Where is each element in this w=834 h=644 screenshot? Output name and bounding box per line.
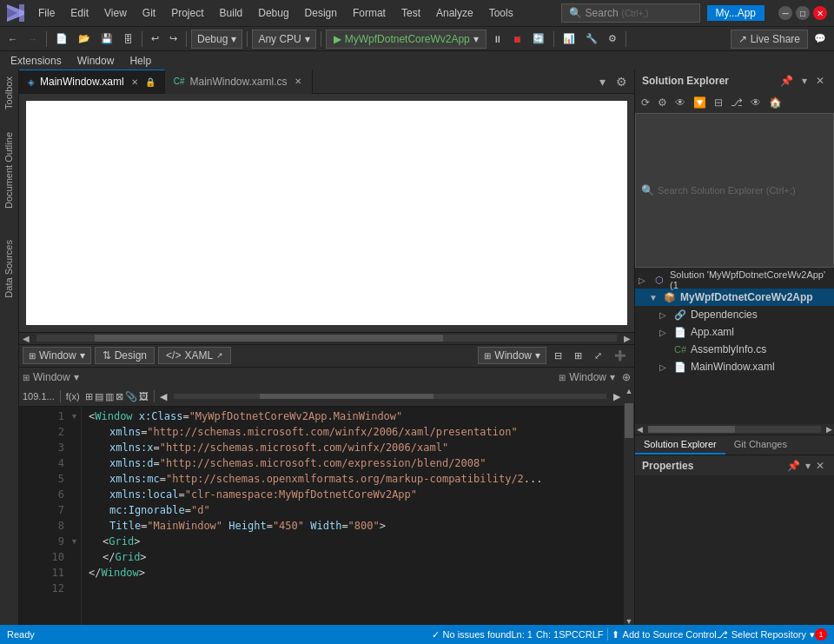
minimize-button[interactable]: ─	[778, 6, 792, 20]
sol-scroll-left-btn[interactable]: ◀	[635, 425, 645, 434]
sol-dropdown-btn[interactable]: ▾	[799, 74, 810, 88]
tree-app-xaml[interactable]: ▷ 📄 App.xaml	[635, 323, 834, 341]
menu-view[interactable]: View	[97, 3, 134, 23]
menu-analyze[interactable]: Analyze	[429, 3, 480, 23]
code-hscroll-thumb[interactable]	[260, 394, 433, 399]
status-no-issues[interactable]: ✓ No issues found	[432, 629, 512, 641]
save-all-btn[interactable]: 🗄	[119, 31, 137, 47]
status-ln-ch[interactable]: Ln: 1 Ch: 1	[511, 629, 559, 640]
status-error-badge[interactable]: 1	[815, 628, 827, 641]
open-btn[interactable]: 📂	[74, 30, 95, 47]
tab-git-changes[interactable]: Git Changes	[725, 435, 796, 455]
data-sources-tab[interactable]: Data Sources	[0, 233, 18, 305]
scroll-left2-icon[interactable]: ◀	[160, 391, 167, 402]
feedback-btn[interactable]: 💬	[810, 30, 831, 47]
code-vscroll[interactable]: ▲ ▼	[624, 388, 634, 626]
sol-git-btn[interactable]: ⎇	[728, 96, 745, 110]
undo-btn[interactable]: ↩	[147, 30, 163, 47]
scroll-left-btn[interactable]: ◀	[19, 334, 33, 343]
scroll-down-btn[interactable]: ▼	[624, 618, 634, 625]
menu-test[interactable]: Test	[394, 3, 427, 23]
sol-pin-btn[interactable]: 📌	[778, 74, 796, 88]
sol-hscroll-thumb[interactable]	[648, 426, 735, 433]
tab-close-btn[interactable]: ✕	[129, 76, 140, 88]
menu-help[interactable]: Help	[122, 53, 158, 69]
sol-preview-btn[interactable]: 👁	[748, 96, 764, 110]
tab-mainwindow-xaml[interactable]: ◈ MainWindow.xaml ✕ 🔒	[19, 70, 165, 94]
status-crlf[interactable]: CRLF	[579, 629, 604, 640]
tab-dropdown-btn[interactable]: ▾	[596, 73, 609, 90]
props-dropdown-btn[interactable]: ▾	[803, 459, 813, 473]
vscroll-thumb[interactable]	[625, 403, 633, 438]
redo-btn[interactable]: ↪	[165, 30, 182, 47]
global-search[interactable]: 🔍 Search (Ctrl+,)	[561, 3, 700, 23]
menu-extensions[interactable]: Extensions	[3, 53, 69, 69]
status-select-repo[interactable]: ⎇ Select Repository ▾	[717, 629, 815, 641]
sol-filter-btn[interactable]: 🔽	[691, 96, 709, 110]
document-outline-tab[interactable]: Document Outline	[0, 125, 18, 216]
sol-props-btn[interactable]: ⚙	[655, 96, 670, 110]
props-close-btn[interactable]: ✕	[813, 459, 827, 473]
sol-search[interactable]: 🔍 Search Solution Explorer (Ctrl+;)	[635, 113, 834, 268]
design-hscroll[interactable]: ◀ ▶	[19, 332, 634, 344]
split-h-btn[interactable]: ⊟	[550, 348, 566, 364]
menu-build[interactable]: Build	[213, 3, 250, 23]
close-button[interactable]: ✕	[813, 6, 827, 20]
code-hscroll[interactable]	[174, 394, 606, 399]
maximize-button[interactable]: □	[796, 6, 810, 20]
run-button[interactable]: ▶ MyWpfDotnetCoreWv2App ▾	[326, 30, 486, 49]
pause-btn[interactable]: ⏸	[488, 31, 506, 47]
tree-mainwindow-xaml[interactable]: ▷ 📄 MainWindow.xaml	[635, 358, 834, 375]
collapse-btn2[interactable]: ➕	[610, 348, 631, 364]
scroll-up-btn[interactable]: ▲	[624, 388, 634, 395]
menu-format[interactable]: Format	[346, 3, 393, 23]
props-pin-btn[interactable]: 📌	[784, 459, 803, 473]
restart-btn[interactable]: 🔄	[528, 30, 549, 47]
sol-home-btn[interactable]: 🏠	[766, 96, 784, 110]
platform-dropdown[interactable]: Any CPU ▾	[252, 30, 315, 49]
window-dropdown-left[interactable]: ⊞ Window ▾	[23, 347, 91, 364]
misc-btn3[interactable]: ⚙	[604, 30, 621, 47]
collapse-1[interactable]: ▼	[68, 408, 81, 424]
stop-btn[interactable]: ⏹	[508, 31, 526, 47]
menu-file[interactable]: File	[31, 3, 62, 23]
split-v-btn[interactable]: ⊞	[570, 348, 586, 364]
code-text-area[interactable]: <Window x:Class="MyWpfDotnetCoreWv2App.M…	[82, 407, 624, 626]
tree-dependencies[interactable]: ▷ 🔗 Dependencies	[635, 306, 834, 323]
menu-debug[interactable]: Debug	[251, 3, 295, 23]
live-share-button[interactable]: ↗ Live Share	[731, 30, 808, 49]
expand-btn[interactable]: ⤢	[590, 348, 606, 364]
scroll-right-btn[interactable]: ▶	[620, 334, 634, 343]
window-dropdown-right[interactable]: ⊞ Window ▾	[478, 347, 546, 364]
sync-btn[interactable]: ⟳	[639, 96, 652, 110]
menu-edit[interactable]: Edit	[63, 3, 96, 23]
menu-git[interactable]: Git	[136, 3, 162, 23]
save-btn[interactable]: 💾	[96, 30, 117, 47]
menu-design[interactable]: Design	[298, 3, 344, 23]
menu-project[interactable]: Project	[164, 3, 210, 23]
tab-close-btn2[interactable]: ✕	[293, 76, 303, 87]
sol-show-all-btn[interactable]: 👁	[672, 96, 688, 110]
hscroll-track[interactable]	[36, 335, 617, 342]
tab-solution-explorer[interactable]: Solution Explorer	[635, 435, 725, 455]
menu-tools[interactable]: Tools	[482, 3, 520, 23]
xaml-editor[interactable]: 109.1... f(x) ⊞ ▤ ▥ ⊠ 📎 🖼 ◀	[19, 388, 634, 626]
nav-back-btn[interactable]: ←	[3, 31, 22, 47]
new-project-btn[interactable]: 📄	[51, 30, 72, 47]
status-add-source[interactable]: ⬆ Add to Source Control	[612, 629, 717, 641]
hscroll-thumb[interactable]	[95, 335, 443, 342]
tree-project[interactable]: ▼ 📦 MyWpfDotnetCoreWv2App	[635, 289, 834, 306]
toolbox-tab[interactable]: Toolbox	[0, 70, 18, 116]
sol-close-btn[interactable]: ✕	[813, 74, 827, 88]
vscroll-track[interactable]	[624, 438, 634, 619]
tree-solution[interactable]: ▷ ⬡ Solution 'MyWpfDotnetCoreWv2App' (1	[635, 271, 834, 289]
tab-settings-btn[interactable]: ⚙	[612, 73, 631, 90]
menu-window[interactable]: Window	[70, 53, 122, 69]
scroll-right2-icon[interactable]: ▶	[613, 391, 620, 402]
tab-mainwindow-xaml-cs[interactable]: C# MainWindow.xaml.cs ✕	[165, 70, 313, 94]
status-spc[interactable]: SPC	[559, 629, 579, 640]
misc-btn2[interactable]: 🔧	[581, 30, 602, 47]
misc-btn1[interactable]: 📊	[559, 30, 579, 47]
sol-collapse-all-btn[interactable]: ⊟	[712, 96, 725, 110]
xaml-button[interactable]: </> XAML ↗	[158, 347, 231, 364]
